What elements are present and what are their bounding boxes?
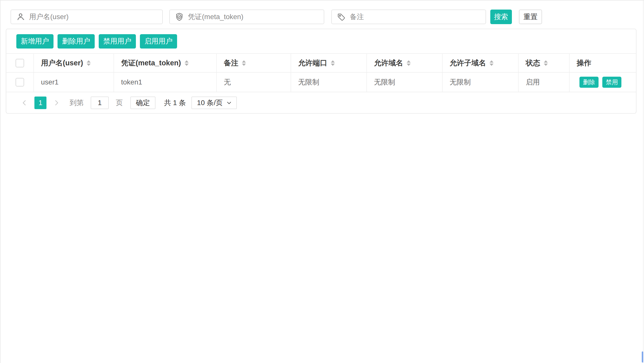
total-count-label: 共 1 条 — [164, 98, 186, 108]
table-toolbar: 新增用户 删除用户 禁用用户 启用用户 — [6, 29, 636, 53]
column-label: 备注 — [224, 58, 238, 68]
cell-actions: 删除 禁用 — [570, 73, 636, 92]
username-input[interactable] — [29, 13, 157, 21]
column-label: 允许域名 — [374, 58, 403, 68]
current-page-button[interactable]: 1 — [34, 97, 46, 109]
remark-search-field[interactable] — [331, 10, 486, 24]
delete-user-button[interactable]: 删除用户 — [58, 34, 95, 49]
column-label: 凭证(meta_token) — [121, 58, 181, 68]
user-table-card: 新增用户 删除用户 禁用用户 启用用户 用户名(user) 凭证(meta_to… — [6, 29, 636, 114]
column-label: 用户名(user) — [41, 58, 83, 68]
cell-remark: 无 — [217, 73, 291, 92]
row-delete-button[interactable]: 删除 — [579, 77, 599, 88]
sort-icon[interactable] — [242, 60, 246, 66]
page-size-value: 10 条/页 — [197, 98, 223, 108]
column-header-allow-domains[interactable]: 允许域名 — [367, 54, 443, 72]
remark-input[interactable] — [350, 13, 480, 21]
table-header-row: 用户名(user) 凭证(meta_token) 备注 允许端口 允许域名 允许… — [6, 53, 636, 73]
sort-icon[interactable] — [407, 60, 411, 66]
tag-icon — [337, 12, 346, 21]
sort-icon[interactable] — [490, 60, 494, 66]
prev-page-button[interactable] — [19, 97, 29, 109]
add-user-button[interactable]: 新增用户 — [16, 34, 53, 49]
cell-status: 启用 — [519, 73, 570, 92]
page-unit-label: 页 — [116, 98, 123, 108]
user-icon — [16, 12, 25, 21]
sort-icon[interactable] — [331, 60, 335, 66]
username-search-field[interactable] — [11, 10, 163, 24]
reset-button[interactable]: 重置 — [519, 10, 542, 24]
header-checkbox-cell — [6, 54, 34, 72]
column-header-status[interactable]: 状态 — [519, 54, 570, 72]
disable-user-button[interactable]: 禁用用户 — [99, 34, 136, 49]
column-label: 允许端口 — [298, 58, 327, 68]
chevron-left-icon — [21, 99, 28, 107]
sort-icon[interactable] — [87, 60, 91, 66]
cell-allow-domains: 无限制 — [367, 73, 443, 92]
cell-allow-subdomains: 无限制 — [443, 73, 519, 92]
user-management-page: 搜索 重置 新增用户 删除用户 禁用用户 启用用户 用户名(user) 凭证(m… — [0, 0, 644, 363]
next-page-button[interactable] — [51, 97, 62, 109]
column-header-actions: 操作 — [570, 54, 636, 72]
page-right-border — [643, 1, 643, 363]
column-header-allow-ports[interactable]: 允许端口 — [291, 54, 367, 72]
chevron-right-icon — [53, 99, 60, 107]
token-input[interactable] — [188, 13, 319, 21]
column-header-token[interactable]: 凭证(meta_token) — [114, 54, 217, 72]
row-disable-button[interactable]: 禁用 — [602, 77, 621, 88]
goto-page-input[interactable] — [91, 97, 109, 109]
token-search-field[interactable] — [169, 10, 324, 24]
cell-token: token1 — [114, 73, 217, 92]
goto-page-label: 到第 — [70, 98, 84, 108]
goto-confirm-button[interactable]: 确定 — [130, 97, 155, 109]
chevron-down-icon — [226, 100, 232, 106]
column-header-remark[interactable]: 备注 — [217, 54, 291, 72]
enable-user-button[interactable]: 启用用户 — [140, 34, 177, 49]
table-row: user1 token1 无 无限制 无限制 无限制 启用 删除 禁用 — [6, 73, 636, 92]
cell-allow-ports: 无限制 — [291, 73, 367, 92]
select-all-checkbox[interactable] — [16, 59, 24, 67]
pagination-bar: 1 到第 页 确定 共 1 条 10 条/页 — [6, 92, 636, 113]
column-label: 状态 — [526, 58, 540, 68]
row-checkbox[interactable] — [16, 78, 24, 86]
search-bar: 搜索 重置 — [1, 1, 644, 29]
row-checkbox-cell — [6, 73, 34, 92]
column-header-user[interactable]: 用户名(user) — [34, 54, 114, 72]
sort-icon[interactable] — [185, 60, 189, 66]
page-size-select[interactable]: 10 条/页 — [191, 97, 237, 109]
shield-check-icon — [175, 12, 184, 21]
scrollbar-thumb[interactable] — [642, 351, 643, 362]
column-label: 操作 — [577, 58, 591, 68]
column-header-allow-subdomains[interactable]: 允许子域名 — [443, 54, 519, 72]
cell-user: user1 — [34, 73, 114, 92]
column-label: 允许子域名 — [450, 58, 486, 68]
sort-icon[interactable] — [544, 60, 548, 66]
search-button[interactable]: 搜索 — [490, 10, 512, 24]
